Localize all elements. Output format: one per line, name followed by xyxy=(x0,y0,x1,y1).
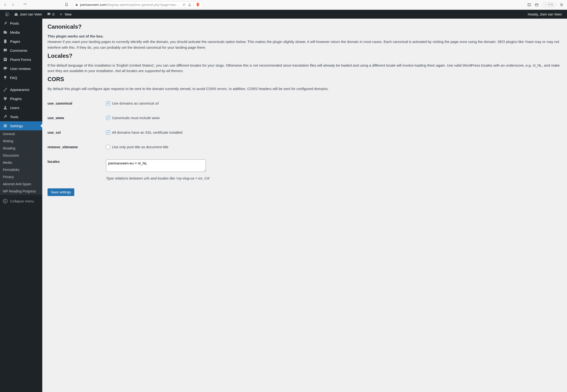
comment-count: 0 xyxy=(53,13,55,16)
submenu-permalinks[interactable]: Permalinks xyxy=(0,166,42,173)
collapse-label: Collapse menu xyxy=(10,199,34,203)
sidebar-label: Users xyxy=(10,106,19,110)
save-settings-button[interactable]: Save settings xyxy=(47,188,74,196)
pin-icon xyxy=(3,21,8,26)
brush-icon xyxy=(3,87,8,92)
panel-toggle-icon[interactable] xyxy=(527,3,531,7)
svg-point-14 xyxy=(3,199,7,203)
locales-desc: If the default language of this installa… xyxy=(47,63,562,74)
checkbox-remove-sitename[interactable] xyxy=(106,145,110,149)
sidebar-item-plugins[interactable]: Plugins xyxy=(0,94,42,103)
sidebar-item-media[interactable]: Media xyxy=(0,28,42,37)
svg-point-13 xyxy=(5,126,5,127)
user-greeting[interactable]: Howdy, Joeri van Veen xyxy=(525,13,564,16)
label-use-www: use_www xyxy=(47,116,106,120)
reader-mode-icon[interactable] xyxy=(182,3,186,6)
cors-desc: By default this plugin will configure aj… xyxy=(47,86,562,91)
new-label: New xyxy=(65,13,71,16)
submenu-reading[interactable]: Reading xyxy=(0,145,42,152)
sidebar-label: Posts xyxy=(10,21,19,25)
label-locales: locales xyxy=(47,159,106,164)
checkbox-text: All domains have an SSL certificate inst… xyxy=(112,130,183,134)
comment-icon xyxy=(47,12,51,16)
submenu-akismet[interactable]: Akismet Anti-Spam xyxy=(0,181,42,188)
checkbox-text: Use domains as canonical url xyxy=(112,101,159,105)
user-icon xyxy=(3,105,8,110)
url-bar[interactable]: joerivanveen.com/blog/wp-admin/options-g… xyxy=(73,1,203,8)
sidebar-label: User reviews xyxy=(10,67,31,71)
lightbulb-icon xyxy=(3,75,8,80)
sidebar-label: Media xyxy=(10,30,20,34)
sliders-icon xyxy=(3,124,8,128)
checkbox-use-www[interactable] xyxy=(106,116,110,120)
site-name-menu[interactable]: Joeri van Veen xyxy=(12,10,44,19)
wordpress-icon xyxy=(5,12,9,16)
browser-refresh-button[interactable] xyxy=(23,3,27,6)
locales-textarea[interactable] xyxy=(106,159,206,172)
wrench-icon xyxy=(3,114,8,119)
sidebar-item-pages[interactable]: Pages xyxy=(0,37,42,46)
row-remove-sitename: remove_sitename Use only post title as d… xyxy=(47,140,562,154)
form-icon xyxy=(3,57,8,62)
submenu-writing[interactable]: Writing xyxy=(0,138,42,145)
new-content-menu[interactable]: New xyxy=(57,10,74,19)
speech-icon xyxy=(3,66,8,71)
vpn-badge[interactable]: VPN xyxy=(542,2,556,7)
settings-form: use_canonical Use domains as canonical u… xyxy=(47,96,562,185)
submenu-privacy[interactable]: Privacy xyxy=(0,173,42,181)
svg-point-11 xyxy=(4,124,5,125)
browser-forward-button[interactable] xyxy=(11,3,14,6)
label-use-ssl: use_ssl xyxy=(47,130,106,134)
locales-heading: Locales? xyxy=(47,53,562,59)
sidebar-item-posts[interactable]: Posts xyxy=(0,19,42,28)
wallet-icon[interactable] xyxy=(535,3,539,7)
browser-chrome: joerivanveen.com/blog/wp-admin/options-g… xyxy=(0,0,567,10)
vpn-status-dot xyxy=(545,4,546,5)
url-text: joerivanveen.com/blog/wp-admin/options-g… xyxy=(80,3,180,7)
locales-hint: Type relations between urls and locales … xyxy=(106,176,210,180)
svg-point-10 xyxy=(4,106,6,108)
sidebar-item-comments[interactable]: Comments xyxy=(0,46,42,55)
submenu-general[interactable]: General xyxy=(0,130,42,138)
sidebar-label: Appearance xyxy=(10,88,29,92)
svg-rect-5 xyxy=(4,59,6,60)
sidebar-item-users[interactable]: Users xyxy=(0,103,42,112)
main-content: Canonicals? This plugin works out of the… xyxy=(42,19,567,392)
sidebar-label: Settings xyxy=(10,124,23,128)
brave-shield-icon[interactable] xyxy=(196,2,200,7)
browser-menu-button[interactable] xyxy=(560,3,563,7)
canonicals-heading: Canonicals? xyxy=(47,23,562,30)
sidebar-item-fluent-forms[interactable]: Fluent Forms xyxy=(0,55,42,64)
checkbox-use-canonical[interactable] xyxy=(106,101,110,105)
submenu-media[interactable]: Media xyxy=(0,159,42,166)
svg-rect-4 xyxy=(4,59,6,59)
sidebar-item-tools[interactable]: Tools xyxy=(0,112,42,121)
home-icon xyxy=(14,12,18,16)
submenu-discussion[interactable]: Discussion xyxy=(0,152,42,159)
svg-rect-0 xyxy=(528,4,531,6)
collapse-menu-button[interactable]: Collapse menu xyxy=(0,196,42,206)
svg-point-8 xyxy=(5,68,5,69)
sidebar-item-settings[interactable]: Settings xyxy=(0,121,42,130)
sidebar-label: Comments xyxy=(10,48,28,53)
share-icon[interactable] xyxy=(188,3,191,7)
submenu-wp-reading-progress[interactable]: WP Reading Progress xyxy=(0,188,42,195)
row-use-canonical: use_canonical Use domains as canonical u… xyxy=(47,96,562,111)
checkbox-text: Canonicals must include www xyxy=(112,116,159,120)
media-icon xyxy=(3,30,8,35)
sidebar-item-appearance[interactable]: Appearance xyxy=(0,85,42,94)
checkbox-use-ssl[interactable] xyxy=(106,130,110,134)
lock-icon xyxy=(75,3,78,6)
svg-rect-1 xyxy=(535,4,538,6)
svg-point-9 xyxy=(6,68,6,69)
wp-admin-bar: Joeri van Veen 0 New Howdy, Joeri van Ve… xyxy=(0,10,567,19)
bookmark-button[interactable] xyxy=(65,2,68,7)
canonicals-desc: This plugin works out of the box. Howeve… xyxy=(47,33,562,50)
cors-heading: CORS xyxy=(47,76,562,83)
sidebar-item-user-reviews[interactable]: User reviews xyxy=(0,64,42,73)
vpn-label: VPN xyxy=(547,3,553,6)
wp-logo-menu[interactable] xyxy=(3,10,12,19)
browser-back-button[interactable] xyxy=(4,3,7,6)
comments-menu[interactable]: 0 xyxy=(44,10,57,19)
sidebar-item-faq[interactable]: FAQ xyxy=(0,73,42,82)
